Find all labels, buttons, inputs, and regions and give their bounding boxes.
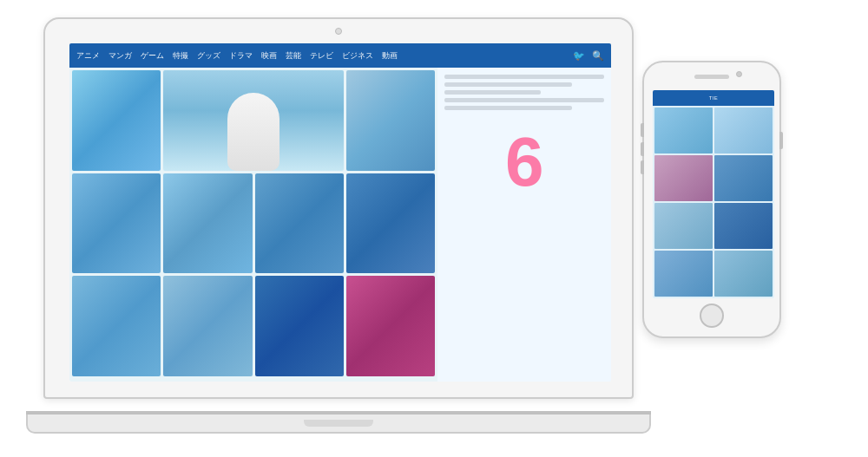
sidebar-line xyxy=(444,106,572,110)
tile-1[interactable] xyxy=(72,70,161,171)
tile-4[interactable] xyxy=(72,173,161,274)
content-grid xyxy=(69,68,437,382)
sidebar-text-lines xyxy=(444,75,604,110)
human-figure xyxy=(227,93,279,171)
phone-navbar: TlE xyxy=(653,90,774,106)
sidebar-line xyxy=(444,75,604,79)
tile-9[interactable] xyxy=(163,276,252,376)
nav-item-geinou[interactable]: 芸能 xyxy=(286,50,301,62)
laptop-base-notch xyxy=(304,420,373,427)
tile-7[interactable] xyxy=(346,173,435,274)
laptop-navbar: アニメ マンガ ゲーム 特撮 グッズ ドラマ 映画 芸能 テレビ ビジネス 動画… xyxy=(69,43,611,68)
nav-item-tv[interactable]: テレビ xyxy=(310,50,333,62)
phone-tile-8[interactable] xyxy=(714,251,773,297)
laptop-camera xyxy=(335,28,342,35)
phone-speaker xyxy=(694,75,729,79)
twitter-icon[interactable]: 🐦 xyxy=(573,50,585,62)
tile-6[interactable] xyxy=(255,173,344,274)
tile-11[interactable] xyxy=(346,276,435,376)
laptop: アニメ マンガ ゲーム 特撮 グッズ ドラマ 映画 芸能 テレビ ビジネス 動画… xyxy=(43,17,634,434)
tile-10[interactable] xyxy=(255,276,344,376)
phone-side-btn-vol xyxy=(641,123,644,137)
phone-tile-4[interactable] xyxy=(714,155,773,201)
phone-side-btn-vol-up xyxy=(641,142,644,156)
phone-tile-6[interactable] xyxy=(714,203,773,249)
nav-icons: 🐦 🔍 xyxy=(573,50,604,62)
laptop-content: 6 xyxy=(69,68,611,382)
nav-item-business[interactable]: ビジネス xyxy=(342,50,373,62)
scene: アニメ マンガ ゲーム 特撮 グッズ ドラマ 映画 芸能 テレビ ビジネス 動画… xyxy=(0,0,868,457)
laptop-screen: アニメ マンガ ゲーム 特撮 グッズ ドラマ 映画 芸能 テレビ ビジネス 動画… xyxy=(69,43,611,382)
phone: TlE xyxy=(642,61,781,338)
sidebar-line xyxy=(444,98,604,102)
phone-body: TlE xyxy=(642,61,781,338)
tile-5[interactable] xyxy=(163,173,252,274)
nav-item-tokusatsu[interactable]: 特撮 xyxy=(173,50,188,62)
phone-content xyxy=(653,106,774,298)
nav-item-goods[interactable]: グッズ xyxy=(197,50,220,62)
phone-nav-text: TlE xyxy=(709,95,719,101)
nav-item-drama[interactable]: ドラマ xyxy=(229,50,253,62)
nav-item-game[interactable]: ゲーム xyxy=(141,50,164,62)
sidebar-big-number: 6 xyxy=(444,127,604,197)
phone-camera xyxy=(736,71,742,77)
phone-screen: TlE xyxy=(653,90,774,298)
phone-tile-2[interactable] xyxy=(714,108,773,153)
phone-tile-5[interactable] xyxy=(654,203,713,249)
laptop-body: アニメ マンガ ゲーム 特撮 グッズ ドラマ 映画 芸能 テレビ ビジネス 動画… xyxy=(43,17,634,399)
tile-3[interactable] xyxy=(346,70,435,171)
phone-tile-3[interactable] xyxy=(654,155,713,201)
search-icon[interactable]: 🔍 xyxy=(592,50,604,62)
phone-home-button[interactable] xyxy=(700,304,724,328)
tile-human[interactable] xyxy=(163,70,344,171)
laptop-base xyxy=(26,415,651,434)
nav-item-movie[interactable]: 映画 xyxy=(261,50,277,62)
sidebar-line xyxy=(444,90,540,95)
nav-item-video[interactable]: 動画 xyxy=(382,50,398,62)
nav-item-manga[interactable]: マンガ xyxy=(108,50,132,62)
phone-tile-1[interactable] xyxy=(654,108,713,153)
phone-side-btn-vol-down xyxy=(641,160,644,174)
nav-item-anime[interactable]: アニメ xyxy=(76,50,100,62)
phone-tile-7[interactable] xyxy=(654,251,713,297)
sidebar-line xyxy=(444,82,572,87)
laptop-sidebar: 6 xyxy=(437,68,611,382)
phone-side-btn-power xyxy=(779,132,783,149)
tile-8[interactable] xyxy=(72,276,161,376)
